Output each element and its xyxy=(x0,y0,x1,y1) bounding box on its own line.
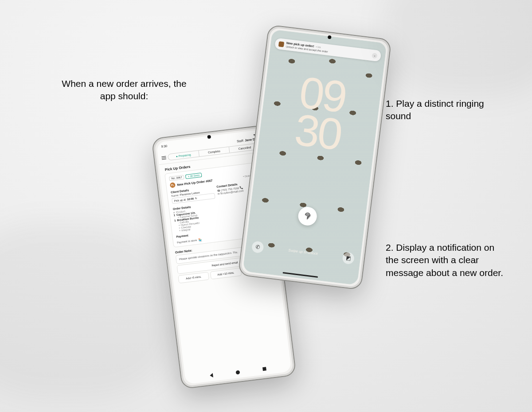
nav-home-icon[interactable] xyxy=(235,370,240,374)
lockscreen-phone: New pick up order! • 1m Unlock to view a… xyxy=(238,24,391,290)
avatar: FL xyxy=(170,182,176,188)
refresh-icon[interactable]: ↻ xyxy=(195,196,198,200)
intro-caption: When a new order arrives, the app should… xyxy=(58,78,191,103)
order-title: New Pick Up Order #067 xyxy=(177,179,213,186)
phone-shortcut[interactable]: ✆ xyxy=(251,241,264,253)
gesture-bar[interactable] xyxy=(283,272,318,278)
menu-icon[interactable] xyxy=(161,156,166,159)
lock-clock: 09 30 xyxy=(258,69,382,158)
app-icon xyxy=(278,41,284,47)
status-time: 9:30 xyxy=(161,144,167,148)
requirement-1: 1. Play a distinct ringing sound xyxy=(386,97,501,123)
nav-back-icon[interactable] xyxy=(210,373,213,378)
store-icon: 🏪 xyxy=(198,238,202,241)
chevron-down-icon[interactable]: ⌄ xyxy=(372,53,377,58)
notification-card[interactable]: New pick up order! • 1m Unlock to view a… xyxy=(274,38,381,62)
tab-preparing[interactable]: Preparing xyxy=(168,151,200,160)
requirement-2: 2. Display a notification on the screen … xyxy=(386,241,505,279)
camera-shortcut[interactable]: ◩ xyxy=(342,252,355,264)
fingerprint-button[interactable] xyxy=(297,206,318,227)
tab-complete[interactable]: Complete xyxy=(199,147,230,156)
fingerprint-icon xyxy=(302,211,313,222)
chip-eta: + 0h 0min xyxy=(185,172,202,179)
nav-bar xyxy=(185,361,291,382)
nav-recents-icon[interactable] xyxy=(262,367,266,371)
notif-time: • 1m xyxy=(316,45,321,48)
chip-order-no: No. 0067 xyxy=(169,175,184,181)
